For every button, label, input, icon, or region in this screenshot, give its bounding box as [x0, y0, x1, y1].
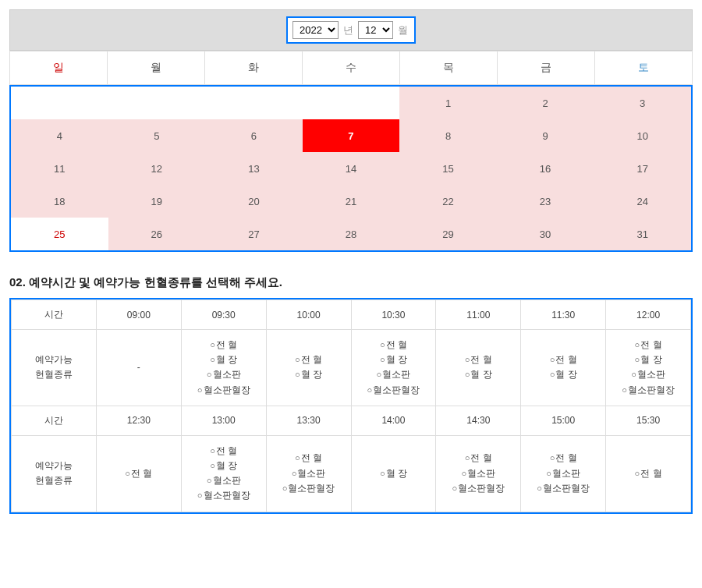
calendar-day[interactable]: 4: [11, 119, 108, 152]
time-slot-cell: ○전 혈○혈소판○혈소판혈장: [521, 435, 606, 512]
blood-type-option[interactable]: ○전 혈: [355, 338, 433, 352]
time-slot-header: 12:30: [96, 406, 181, 435]
calendar-day[interactable]: 6: [205, 119, 303, 152]
time-slot-cell: ○전 혈: [96, 435, 181, 512]
radio-icon: ○: [550, 353, 555, 367]
blood-type-option[interactable]: ○혈소판: [185, 367, 263, 382]
time-slot-cell: -: [96, 330, 181, 406]
calendar-day[interactable]: 11: [11, 152, 108, 185]
blood-type-option[interactable]: ○혈소판: [270, 466, 348, 481]
blood-type-option[interactable]: ○혈소판: [609, 367, 687, 382]
blood-type-option[interactable]: ○혈 장: [185, 352, 263, 367]
calendar-day[interactable]: 5: [108, 119, 206, 152]
blood-type-option[interactable]: ○전 혈: [270, 451, 348, 466]
time-slot-cell: ○전 혈○혈소판○혈소판혈장: [266, 435, 351, 512]
blood-type-option[interactable]: ○혈소판혈장: [439, 481, 517, 496]
blood-type-option[interactable]: ○전 혈: [439, 451, 517, 466]
month-select[interactable]: 12: [358, 21, 393, 39]
calendar-day[interactable]: 22: [399, 185, 497, 218]
blood-type-option[interactable]: ○혈소판: [524, 466, 602, 481]
radio-icon: ○: [295, 368, 300, 382]
calendar-day[interactable]: 23: [497, 185, 594, 218]
blood-type-option[interactable]: ○혈 장: [524, 367, 602, 382]
blood-type-option[interactable]: ○전 혈: [439, 352, 517, 367]
radio-icon: ○: [635, 353, 640, 367]
blood-type-option[interactable]: ○전 혈: [524, 451, 602, 466]
blood-type-option[interactable]: ○혈소판혈장: [185, 383, 263, 398]
calendar-day[interactable]: 15: [399, 152, 497, 185]
calendar-day[interactable]: 9: [497, 119, 594, 152]
calendar-day[interactable]: 25: [11, 218, 108, 250]
calendar-day: [205, 87, 303, 119]
calendar-day[interactable]: 3: [594, 87, 691, 119]
year-select[interactable]: 2022: [292, 21, 339, 39]
time-slot-header: 11:30: [521, 300, 606, 330]
radio-icon: ○: [622, 384, 627, 398]
calendar-day[interactable]: 26: [108, 218, 206, 250]
calendar-day[interactable]: 20: [205, 185, 303, 218]
blood-type-option[interactable]: ○혈 장: [355, 352, 433, 367]
blood-type-option[interactable]: ○전 혈: [100, 466, 178, 481]
calendar-day[interactable]: 18: [11, 185, 108, 218]
calendar-day[interactable]: 1: [399, 87, 497, 119]
blood-type-option[interactable]: ○혈소판혈장: [524, 481, 602, 496]
radio-icon: ○: [631, 368, 636, 382]
blood-type-option[interactable]: ○혈 장: [185, 459, 263, 473]
blood-type-option[interactable]: ○혈 장: [439, 367, 517, 382]
time-header-label: 시간: [12, 300, 97, 330]
blood-type-option[interactable]: ○혈소판혈장: [609, 383, 687, 398]
calendar-day[interactable]: 21: [303, 185, 400, 218]
radio-icon: ○: [210, 353, 215, 367]
time-slot-cell: ○전 혈○혈 장○혈소판○혈소판혈장: [351, 330, 436, 406]
calendar-day[interactable]: 2: [497, 87, 594, 119]
calendar-day[interactable]: 12: [108, 152, 206, 185]
radio-icon: ○: [292, 467, 297, 481]
blood-type-option[interactable]: ○혈소판혈장: [355, 383, 433, 398]
radio-icon: ○: [550, 452, 555, 466]
calendar-day[interactable]: 28: [303, 218, 400, 250]
time-slot-header: 13:00: [181, 406, 266, 435]
calendar-day[interactable]: 27: [205, 218, 303, 250]
blood-type-option[interactable]: ○전 혈: [524, 352, 602, 367]
blood-type-option[interactable]: ○혈소판혈장: [185, 488, 263, 503]
calendar-day[interactable]: 13: [205, 152, 303, 185]
blood-type-option[interactable]: ○혈 장: [355, 466, 433, 481]
calendar-day[interactable]: 30: [497, 218, 594, 250]
time-slot-header: 15:30: [606, 406, 691, 435]
blood-type-option[interactable]: ○혈소판: [439, 466, 517, 481]
calendar-day[interactable]: 14: [303, 152, 400, 185]
blood-type-option[interactable]: ○혈소판혈장: [270, 481, 348, 496]
calendar-day[interactable]: 16: [497, 152, 594, 185]
calendar-day[interactable]: 19: [108, 185, 206, 218]
blood-type-option[interactable]: ○전 혈: [609, 466, 687, 481]
blood-type-option[interactable]: ○전 혈: [185, 338, 263, 352]
time-slot-header: 09:30: [181, 300, 266, 330]
time-slot-cell: ○전 혈○혈 장○혈소판○혈소판혈장: [181, 435, 266, 512]
blood-type-option[interactable]: ○혈 장: [270, 367, 348, 382]
blood-type-option[interactable]: ○전 혈: [185, 444, 263, 459]
blood-type-option[interactable]: ○혈소판: [355, 367, 433, 382]
calendar-day[interactable]: 24: [594, 185, 691, 218]
blood-type-option[interactable]: ○전 혈: [270, 352, 348, 367]
calendar-day[interactable]: 17: [594, 152, 691, 185]
time-slot-header: 10:00: [266, 300, 351, 330]
radio-icon: ○: [546, 467, 551, 481]
time-slot-header: 14:30: [436, 406, 521, 435]
calendar-day[interactable]: 8: [399, 119, 497, 152]
radio-icon: ○: [380, 338, 385, 352]
blood-type-option[interactable]: ○전 혈: [609, 338, 687, 352]
calendar-day[interactable]: 31: [594, 218, 691, 250]
calendar-body: 1234567891011121314151617181920212223242…: [9, 85, 693, 252]
calendar-day-header: 토: [595, 51, 693, 85]
radio-icon: ○: [465, 452, 470, 466]
blood-type-option[interactable]: ○혈소판: [185, 473, 263, 488]
time-slot-header: 12:00: [606, 300, 691, 330]
calendar-day[interactable]: 10: [594, 119, 691, 152]
calendar-day[interactable]: 29: [399, 218, 497, 250]
avail-type-label: 예약가능헌혈종류: [12, 330, 97, 406]
radio-icon: ○: [207, 368, 212, 382]
calendar-day[interactable]: 7: [303, 119, 400, 152]
time-slot-cell: ○전 혈○혈 장○혈소판○혈소판혈장: [181, 330, 266, 406]
calendar-day: [303, 87, 400, 119]
blood-type-option[interactable]: ○혈 장: [609, 352, 687, 367]
